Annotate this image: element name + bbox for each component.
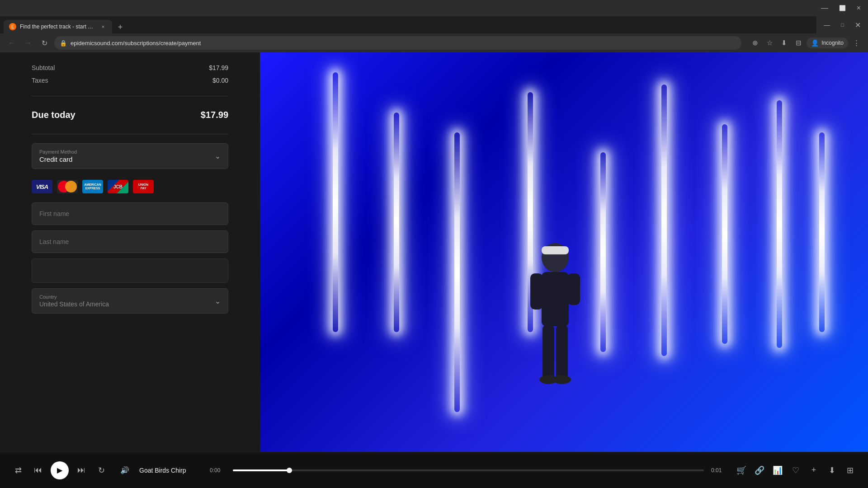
card-number-input[interactable] bbox=[32, 258, 228, 283]
like-button[interactable]: ♡ bbox=[788, 463, 803, 478]
due-today-row: Due today $17.99 bbox=[32, 105, 228, 125]
payment-method-value: Credit card bbox=[39, 155, 77, 163]
browser-titlebar: — ⬜ × bbox=[0, 0, 868, 16]
time-start: 0:00 bbox=[210, 467, 226, 474]
svg-rect-2 bbox=[542, 272, 569, 326]
summary-divider bbox=[32, 96, 228, 96]
country-inner: Country United States of America bbox=[39, 294, 109, 308]
payment-method-chevron-icon: ⌄ bbox=[215, 152, 221, 160]
svg-rect-4 bbox=[567, 273, 580, 305]
svg-point-8 bbox=[553, 375, 571, 384]
mastercard-icon bbox=[57, 180, 78, 193]
browser-chrome: — ⬜ × E Find the perfect track - start s… bbox=[0, 0, 868, 52]
payment-panel: Subtotal $17.99 Taxes $0.00 Due today $1… bbox=[0, 52, 260, 452]
bookmark-button[interactable]: ☆ bbox=[763, 37, 776, 49]
browser-toolbar: ← → ↻ 🔒 epidemicsound.com/subscriptions/… bbox=[0, 33, 868, 52]
main-content: Subtotal $17.99 Taxes $0.00 Due today $1… bbox=[0, 52, 868, 452]
country-dropdown[interactable]: Country United States of America ⌄ bbox=[32, 288, 228, 314]
tab-search-button[interactable]: ⊟ bbox=[792, 37, 805, 49]
repeat-button[interactable]: ↻ bbox=[94, 463, 108, 478]
extensions-button[interactable]: ⊕ bbox=[749, 37, 761, 49]
previous-button[interactable]: ⏮ bbox=[31, 463, 45, 478]
taxes-row: Taxes $0.00 bbox=[32, 74, 228, 87]
add-to-playlist-button[interactable]: + bbox=[807, 463, 821, 478]
player-action-buttons: 🛒 🔗 📊 ♡ + ⬇ ⊞ bbox=[734, 463, 857, 478]
video-overlay bbox=[260, 52, 868, 452]
visa-card-icon: VISA bbox=[32, 180, 52, 193]
waveform-button[interactable]: 📊 bbox=[770, 463, 785, 478]
tab-favicon: E bbox=[9, 23, 16, 30]
progress-bar[interactable] bbox=[233, 469, 704, 471]
svg-rect-1 bbox=[542, 246, 569, 254]
first-name-input[interactable] bbox=[32, 202, 228, 225]
amex-card-icon: AMERICANEXPRESS bbox=[82, 180, 103, 193]
more-options-button[interactable]: ⊞ bbox=[843, 463, 857, 478]
incognito-profile-button[interactable]: 👤 Incognito bbox=[807, 38, 848, 48]
back-button[interactable]: ← bbox=[5, 37, 18, 49]
country-chevron-icon: ⌄ bbox=[215, 297, 221, 305]
browser-tab-active[interactable]: E Find the perfect track - start sou × bbox=[4, 20, 112, 33]
due-today-value: $17.99 bbox=[201, 110, 228, 120]
jcb-card-icon: JCB bbox=[108, 180, 128, 193]
tab-strip-maximize[interactable]: □ bbox=[835, 20, 849, 29]
add-to-cart-button[interactable]: 🛒 bbox=[734, 463, 749, 478]
time-end: 0:01 bbox=[711, 467, 727, 474]
payment-method-dropdown[interactable]: Payment Method Credit card ⌄ bbox=[32, 143, 228, 169]
window-controls: — ⬜ × bbox=[817, 4, 864, 12]
incognito-label: Incognito bbox=[821, 40, 844, 46]
more-menu-button[interactable]: ⋮ bbox=[850, 37, 863, 49]
unionpay-card-icon: UNIONPAY bbox=[133, 180, 154, 193]
progress-fill bbox=[233, 469, 289, 471]
form-divider bbox=[32, 134, 228, 134]
tab-title: Find the perfect track - start sou bbox=[20, 23, 96, 30]
shuffle-button[interactable]: ⇄ bbox=[11, 463, 25, 478]
forward-button[interactable]: → bbox=[22, 37, 34, 49]
last-name-input[interactable] bbox=[32, 230, 228, 253]
svg-rect-6 bbox=[556, 325, 568, 380]
new-tab-button[interactable]: + bbox=[114, 21, 127, 33]
svg-rect-5 bbox=[542, 325, 554, 380]
progress-thumb[interactable] bbox=[287, 468, 292, 473]
video-panel bbox=[260, 52, 868, 452]
payment-method-inner: Payment Method Credit card bbox=[39, 149, 77, 163]
track-title: Goat Birds Chirp bbox=[139, 467, 203, 474]
volume-button[interactable]: 🔊 bbox=[118, 463, 132, 478]
address-bar[interactable]: 🔒 epidemicsound.com/subscriptions/create… bbox=[54, 36, 741, 50]
maximize-button[interactable]: ⬜ bbox=[835, 5, 849, 11]
taxes-label: Taxes bbox=[32, 77, 48, 84]
due-today-label: Due today bbox=[32, 110, 75, 120]
url-text: epidemicsound.com/subscriptions/create/p… bbox=[71, 40, 736, 47]
card-icons: VISA AMERICANEXPRESS JCB UNIONPAY bbox=[32, 180, 228, 193]
country-value: United States of America bbox=[39, 300, 109, 308]
tab-strip-minimize[interactable]: — bbox=[818, 19, 835, 30]
tab-close-button[interactable]: × bbox=[99, 23, 107, 30]
reload-button[interactable]: ↻ bbox=[38, 37, 51, 49]
copy-link-button[interactable]: 🔗 bbox=[752, 463, 767, 478]
next-button[interactable]: ⏭ bbox=[74, 463, 89, 478]
payment-method-label: Payment Method bbox=[39, 149, 77, 155]
download-track-button[interactable]: ⬇ bbox=[825, 463, 839, 478]
person-silhouette bbox=[510, 235, 600, 416]
browser-tab-bar: E Find the perfect track - start sou × +… bbox=[0, 16, 868, 33]
subtotal-label: Subtotal bbox=[32, 64, 55, 71]
player-controls: ⇄ ⏮ ▶ ⏭ ↻ bbox=[11, 461, 108, 479]
download-button[interactable]: ⬇ bbox=[778, 37, 790, 49]
tab-strip-close[interactable]: ✕ bbox=[849, 19, 866, 31]
media-player: ⇄ ⏮ ▶ ⏭ ↻ 🔊 Goat Birds Chirp 0:00 0:01 🛒… bbox=[0, 452, 868, 488]
play-button[interactable]: ▶ bbox=[51, 461, 69, 479]
country-label: Country bbox=[39, 294, 109, 300]
subtotal-row: Subtotal $17.99 bbox=[32, 61, 228, 74]
minimize-button[interactable]: — bbox=[817, 4, 832, 12]
browser-toolbar-actions: ⊕ ☆ ⬇ ⊟ 👤 Incognito ⋮ bbox=[749, 37, 863, 49]
svg-rect-3 bbox=[530, 273, 543, 310]
taxes-value: $0.00 bbox=[212, 77, 228, 84]
subtotal-value: $17.99 bbox=[209, 64, 228, 71]
close-window-button[interactable]: × bbox=[853, 4, 864, 12]
